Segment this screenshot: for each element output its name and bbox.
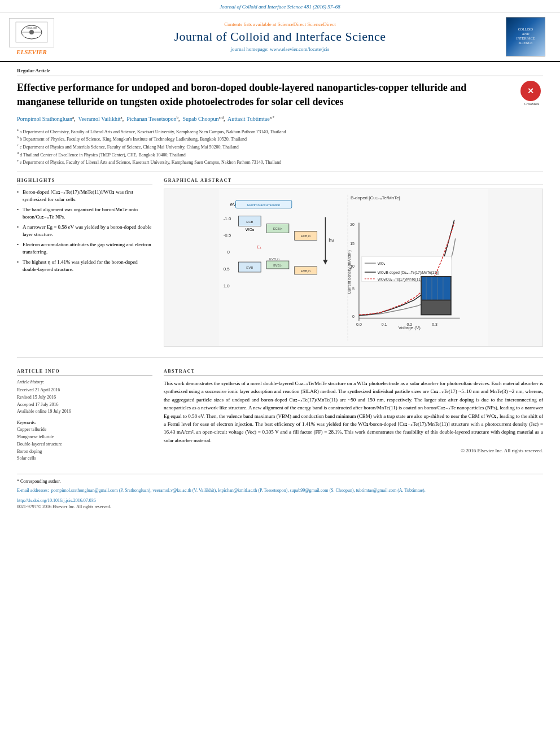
affiliation-e: e e Department of Physics, Faculty of Li…: [17, 158, 543, 166]
svg-text:E₁: E₁: [257, 245, 261, 249]
svg-text:COLLOID: COLLOID: [27, 27, 37, 29]
keyword-5: Solar cells: [17, 455, 152, 462]
svg-text:EVB,m: EVB,m: [301, 269, 310, 273]
graphical-abstract-image: eV -1.0 -0.5 0 0.5 1.0 ECB WO₃ EVB: [164, 189, 543, 347]
svg-text:WO₃: WO₃: [378, 261, 386, 265]
svg-text:EVB: EVB: [246, 266, 253, 269]
article-body: Regular Article Effective performance fo…: [0, 62, 560, 515]
keyword-1: Copper telluride: [17, 426, 152, 434]
cover-image: COLLOIDANDINTERFACESCIENCE: [506, 17, 551, 56]
corresponding-note: * Corresponding author.: [17, 479, 543, 484]
email-line: E-mail addresses: pornpimol.srathongluan…: [17, 487, 543, 495]
svg-text:5: 5: [352, 287, 355, 291]
revised-date: Revised 15 July 2016: [17, 394, 152, 401]
highlight-item-5: The highest η of 1.41% was yielded for t…: [17, 259, 152, 274]
issn-line: 0021-9797/© 2016 Elsevier Inc. All right…: [17, 504, 543, 509]
svg-text:EVB,h: EVB,h: [273, 264, 282, 267]
keywords-title: Keywords:: [17, 420, 152, 425]
available-date: Available online 19 July 2016: [17, 408, 152, 416]
authors-line: Pornpimol Srathongluana, Veeramol Vailik…: [17, 115, 543, 124]
svg-text:EVB,in: EVB,in: [269, 257, 279, 261]
affiliation-c: c c Department of Physics and Materials …: [17, 143, 543, 151]
article-title-section: Effective performance for undoped and bo…: [17, 81, 543, 109]
graphical-abstract-title: GRAPHICAL ABSTRACT: [164, 178, 543, 185]
left-column: HIGHLIGHTS Boron-doped [Cu₂₋ₓTe(17)/MnTe…: [17, 178, 152, 352]
article-history-title: Article history:: [17, 379, 152, 385]
affiliations: a a Department of Chemistry, Faculty of …: [17, 128, 543, 166]
top-bar: Journal of Colloid and Interface Science…: [0, 0, 560, 12]
right-column: GRAPHICAL ABSTRACT eV -1.0 -0.5 0 0.5 1.…: [164, 178, 543, 352]
footer-section: * Corresponding author. E-mail addresses…: [17, 474, 543, 509]
affiliation-b: b b Department of Physics, Faculty of Sc…: [17, 135, 543, 143]
svg-text:-1.0: -1.0: [224, 216, 231, 221]
graphical-abstract-section: GRAPHICAL ABSTRACT eV -1.0 -0.5 0 0.5 1.…: [164, 178, 543, 347]
svg-text:0.5: 0.5: [224, 267, 230, 272]
doi-line[interactable]: http://dx.doi.org/10.1016/j.jcis.2016.07…: [17, 498, 543, 503]
elsevier-wordmark: ELSEVIER: [9, 49, 54, 55]
svg-text:0.3: 0.3: [432, 322, 438, 326]
article-type: Regular Article: [17, 68, 543, 76]
svg-text:ECB: ECB: [246, 220, 253, 224]
abstract-section: ABSTRACT This work demonstrates the synt…: [164, 369, 543, 453]
keywords-list: Copper telluride Manganese telluride Dou…: [17, 426, 152, 462]
crossmark-label: CrossMark: [520, 102, 543, 106]
cover-thumbnail: COLLOIDANDINTERFACESCIENCE: [506, 17, 545, 56]
homepage-line: journal homepage: www.elsevier.com/locat…: [59, 46, 501, 52]
journal-title: Journal of Colloid and Interface Science: [59, 29, 501, 44]
abstract-title: ABSTRACT: [164, 369, 543, 376]
highlight-item-4: Electron accumulation attributes the gap…: [17, 241, 152, 256]
mid-divider: [17, 357, 543, 357]
highlights-graphical-row: HIGHLIGHTS Boron-doped [Cu₂₋ₓTe(17)/MnTe…: [17, 178, 543, 352]
email-label: E-mail addresses:: [17, 488, 49, 493]
received-date: Received 21 April 2016: [17, 387, 152, 394]
svg-point-4: [29, 30, 34, 34]
sciencedirect-link[interactable]: ScienceDirect: [307, 21, 335, 27]
journal-reference: Journal of Colloid and Interface Science…: [220, 4, 340, 10]
copyright-text: © 2016 Elsevier Inc. All rights reserved…: [164, 448, 543, 453]
svg-text:1.0: 1.0: [224, 283, 230, 289]
journal-center-info: Contents lists available at ScienceDirec…: [59, 21, 501, 52]
highlights-section: HIGHLIGHTS Boron-doped [Cu₂₋ₓTe(17)/MnTe…: [17, 178, 152, 274]
svg-rect-56: [422, 277, 450, 300]
abstract-column: ABSTRACT This work demonstrates the synt…: [164, 363, 543, 462]
svg-text:WO₃/Cu₂₋ₓTe(17)/MnTe(11): WO₃/Cu₂₋ₓTe(17)/MnTe(11): [378, 277, 422, 282]
article-title: Effective performance for undoped and bo…: [17, 81, 515, 109]
keyword-3: Double-layered structure: [17, 441, 152, 448]
crossmark-area: ✕ CrossMark: [520, 81, 543, 106]
sciencedirect-line: Contents lists available at ScienceDirec…: [59, 21, 501, 27]
svg-rect-57: [422, 301, 450, 314]
elsevier-logo: COLLOID ELSEVIER: [9, 18, 54, 55]
keyword-4: Boron doping: [17, 448, 152, 456]
svg-text:0: 0: [352, 314, 355, 318]
email-addresses[interactable]: pornpimol.srathongluan@gmail.com (P. Sra…: [51, 488, 426, 493]
svg-text:Electron accumulation: Electron accumulation: [247, 203, 280, 207]
keywords-section: Keywords: Copper telluride Manganese tel…: [17, 420, 152, 462]
svg-text:B-doped [Cu₂₋ₓTe/MnTe]: B-doped [Cu₂₋ₓTe/MnTe]: [351, 195, 400, 200]
journal-header: COLLOID ELSEVIER Contents lists availabl…: [0, 12, 560, 62]
svg-text:0.2: 0.2: [406, 322, 412, 326]
info-abstract-row: ARTICLE INFO Article history: Received 2…: [17, 363, 543, 462]
elsevier-box: COLLOID: [9, 18, 54, 47]
svg-text:ECB,h: ECB,h: [273, 227, 282, 230]
article-info-section: ARTICLE INFO Article history: Received 2…: [17, 369, 152, 416]
svg-text:ECB,m: ECB,m: [301, 234, 311, 238]
highlight-item-1: Boron-doped [Cu₂₋ₓTe(17)/MnTe(11)]/WO₃ w…: [17, 189, 152, 204]
highlights-title: HIGHLIGHTS: [17, 178, 152, 185]
affiliation-d: d d Thailand Center of Excellence in Phy…: [17, 151, 543, 159]
svg-text:0.0: 0.0: [356, 322, 362, 326]
svg-text:Current density (mA/cm²): Current density (mA/cm²): [347, 250, 352, 294]
svg-text:WO₃/B-doped [Cu₂₋ₓTe(17)/MnTe(: WO₃/B-doped [Cu₂₋ₓTe(17)/MnTe(11)]: [378, 270, 439, 275]
title-text: Effective performance for undoped and bo…: [17, 81, 515, 109]
svg-text:WO₃: WO₃: [246, 228, 254, 231]
svg-text:hν: hν: [329, 238, 334, 243]
svg-text:eV: eV: [230, 202, 237, 207]
article-info-column: ARTICLE INFO Article history: Received 2…: [17, 363, 152, 462]
crossmark-icon: ✕: [520, 81, 541, 101]
svg-text:15: 15: [350, 242, 355, 246]
keyword-2: Manganese telluride: [17, 434, 152, 441]
svg-text:-0.5: -0.5: [224, 233, 231, 238]
affiliation-a: a a Department of Chemistry, Faculty of …: [17, 128, 543, 136]
svg-text:20: 20: [350, 222, 355, 226]
highlights-list: Boron-doped [Cu₂₋ₓTe(17)/MnTe(11)]/WO₃ w…: [17, 189, 152, 274]
accepted-date: Accepted 17 July 2016: [17, 401, 152, 409]
